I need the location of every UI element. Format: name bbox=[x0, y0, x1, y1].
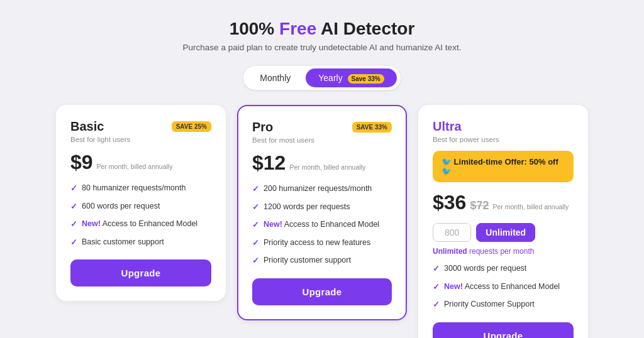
pro-price: $12 bbox=[252, 151, 286, 175]
ultra-price-desc: Per month, billed annually bbox=[492, 203, 569, 212]
ultra-title-row: Ultra bbox=[433, 119, 574, 134]
basic-save-tag: SAVE 25% bbox=[172, 121, 211, 132]
monthly-tab[interactable]: Monthly bbox=[247, 68, 303, 87]
pro-upgrade-button[interactable]: Upgrade bbox=[252, 278, 392, 305]
check-icon: ✓ bbox=[252, 220, 259, 231]
check-icon: ✓ bbox=[433, 282, 440, 293]
request-unlimited-button[interactable]: Unlimited bbox=[476, 223, 535, 242]
ultra-price-row: $36 $72 Per month, billed annually bbox=[433, 191, 574, 214]
list-item: ✓200 humanizer requests/month bbox=[252, 183, 392, 195]
basic-price-desc: Per month, billed annually bbox=[97, 163, 173, 172]
basic-card-title: Basic bbox=[70, 119, 104, 134]
check-icon: ✓ bbox=[433, 264, 440, 275]
list-item: ✓Basic customer support bbox=[70, 237, 211, 249]
check-icon: ✓ bbox=[252, 238, 259, 249]
pro-save-tag: SAVE 33% bbox=[352, 122, 392, 133]
list-item: ✓3000 words per request bbox=[433, 263, 574, 275]
list-item: ✓New! Access to Enhanced Model bbox=[433, 281, 574, 293]
list-item: ✓New! Access to Enhanced Model bbox=[70, 219, 211, 231]
basic-title-row: Basic SAVE 25% bbox=[70, 119, 211, 134]
page-subtitle: Purchase a paid plan to create truly und… bbox=[183, 43, 462, 52]
pro-card-title: Pro bbox=[252, 120, 273, 134]
pro-card: Pro SAVE 33% Best for most users $12 Per… bbox=[237, 105, 407, 320]
ultra-card: Ultra Best for power users 🐦 Limited-tim… bbox=[418, 105, 588, 338]
page-title: 100% Free AI Detector bbox=[183, 19, 462, 39]
check-icon: ✓ bbox=[70, 237, 77, 249]
ultra-price-old: $72 bbox=[470, 199, 489, 212]
request-toggle: 800 Unlimited bbox=[433, 223, 574, 242]
ultra-card-title: Ultra bbox=[433, 119, 462, 134]
request-800-button[interactable]: 800 bbox=[433, 223, 471, 242]
list-item: ✓80 humanizer requests/month bbox=[70, 183, 211, 195]
page-header: 100% Free AI Detector Purchase a paid pl… bbox=[183, 19, 462, 52]
check-icon: ✓ bbox=[252, 202, 259, 214]
basic-features: ✓80 humanizer requests/month ✓600 words … bbox=[70, 183, 211, 248]
ultra-subtitle: Best for power users bbox=[433, 136, 574, 143]
list-item: ✓Priority customer support bbox=[252, 255, 392, 267]
check-icon: ✓ bbox=[70, 183, 77, 195]
pro-price-row: $12 Per month, billed annually bbox=[252, 151, 392, 175]
list-item: ✓Priority Customer Support bbox=[433, 299, 574, 311]
ultra-upgrade-button[interactable]: Upgrade bbox=[433, 322, 574, 339]
unlimited-label: Unlimited requests per month bbox=[433, 247, 574, 256]
pricing-cards: Basic SAVE 25% Best for light users $9 P… bbox=[48, 105, 596, 338]
check-icon: ✓ bbox=[252, 256, 259, 267]
pro-price-desc: Per month, billed annually bbox=[289, 163, 365, 172]
check-icon: ✓ bbox=[433, 300, 440, 311]
pro-subtitle: Best for most users bbox=[252, 136, 392, 144]
yearly-tab[interactable]: Yearly Save 33% bbox=[306, 68, 396, 87]
ultra-offer-banner: 🐦 Limited-time Offer: 50% off 🐦 bbox=[433, 151, 574, 182]
check-icon: ✓ bbox=[70, 219, 77, 231]
yearly-save-badge: Save 33% bbox=[348, 74, 384, 84]
list-item: ✓600 words per request bbox=[70, 201, 211, 213]
pro-features: ✓200 humanizer requests/month ✓1200 word… bbox=[252, 183, 392, 267]
list-item: ✓1200 words per requests bbox=[252, 202, 392, 214]
basic-price-row: $9 Per month, billed annually bbox=[70, 151, 211, 174]
ultra-price: $36 bbox=[433, 191, 466, 214]
basic-upgrade-button[interactable]: Upgrade bbox=[70, 259, 211, 286]
pro-title-row: Pro SAVE 33% bbox=[252, 120, 392, 134]
basic-subtitle: Best for light users bbox=[70, 136, 211, 143]
ultra-features: ✓3000 words per request ✓New! Access to … bbox=[433, 263, 574, 311]
check-icon: ✓ bbox=[252, 184, 259, 195]
list-item: ✓New! Access to Enhanced Model bbox=[252, 219, 392, 231]
basic-price: $9 bbox=[70, 151, 93, 174]
check-icon: ✓ bbox=[70, 202, 77, 213]
basic-card: Basic SAVE 25% Best for light users $9 P… bbox=[56, 105, 226, 301]
list-item: ✓Priority access to new features bbox=[252, 237, 392, 249]
billing-toggle: Monthly Yearly Save 33% bbox=[243, 66, 400, 90]
